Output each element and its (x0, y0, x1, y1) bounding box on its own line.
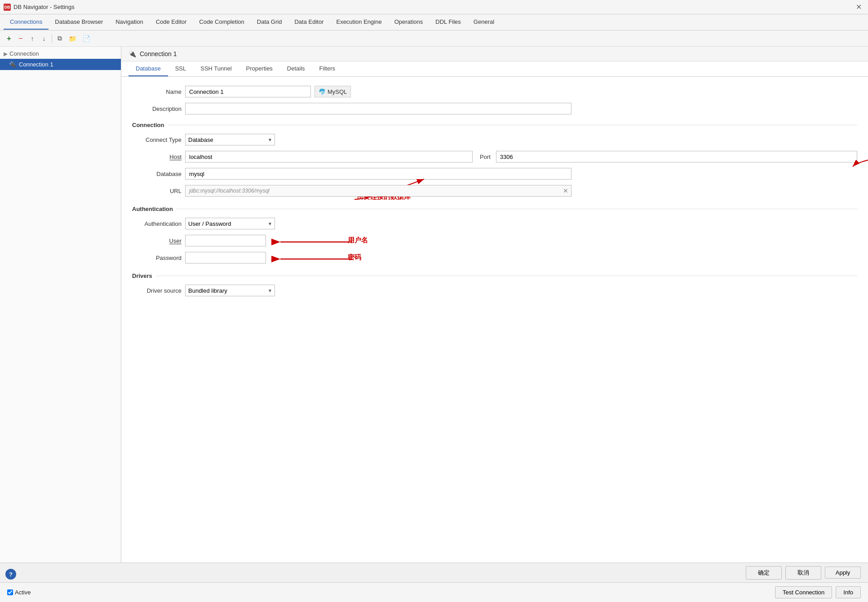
auth-section-divider (177, 209, 857, 209)
tab-navigation[interactable]: Navigation (109, 15, 149, 30)
auth-select-wrapper: User / Password No Auth Windows Native ▼ (185, 218, 275, 229)
auth-select[interactable]: User / Password No Auth Windows Native (185, 218, 275, 229)
close-button[interactable]: ✕ (853, 2, 864, 12)
add-button[interactable]: + (4, 33, 14, 44)
top-tabs: Connections Database Browser Navigation … (0, 14, 868, 31)
connect-type-select-wrapper: Database SSH Tunnel ▼ (185, 134, 275, 145)
tab-general[interactable]: General (467, 15, 500, 30)
tab-execution-engine[interactable]: Execution Engine (330, 15, 388, 30)
cancel-button[interactable]: 取消 (785, 566, 821, 580)
host-input[interactable] (185, 151, 473, 163)
bottom-right: Test Connection Info (775, 586, 861, 598)
inner-tab-ssl[interactable]: SSL (168, 62, 194, 76)
auth-label: Authentication (132, 220, 182, 227)
auth-section-header: Authentication (132, 206, 857, 212)
sidebar-group-label: Connection (9, 50, 39, 57)
inner-tab-filters[interactable]: Filters (312, 62, 342, 76)
user-label: User (132, 237, 182, 244)
host-row: Host Port 端口号 (132, 151, 857, 163)
tab-data-editor[interactable]: Data Editor (288, 15, 330, 30)
active-checkbox-label[interactable]: Active (7, 589, 31, 596)
toolbar-separator (52, 34, 52, 43)
tab-connections[interactable]: Connections (4, 15, 49, 30)
url-row: URL jdbc:mysql://localhost:3306/mysql ✕ (132, 185, 857, 197)
host-label: Host (132, 154, 182, 160)
database-row: Database 所要连接的数据库 (132, 168, 857, 180)
connection-icon: 🔌 (9, 61, 16, 68)
form-area: Name 🐬 MySQL Description Connection Conn… (121, 77, 868, 311)
inner-tab-database[interactable]: Database (128, 62, 168, 76)
tab-code-editor[interactable]: Code Editor (150, 15, 193, 30)
inner-tab-properties[interactable]: Properties (239, 62, 280, 76)
port-input[interactable] (496, 151, 857, 163)
move-down-button[interactable]: ↓ (39, 33, 49, 44)
port-label: Port (480, 154, 491, 160)
move-up-button[interactable]: ↑ (27, 33, 38, 44)
user-annotation: 用户名 (348, 236, 368, 245)
import-button[interactable]: 📁 (66, 33, 79, 44)
password-row: Password 密码 (132, 252, 857, 264)
name-label: Name (132, 88, 182, 95)
description-row: Description (132, 103, 857, 114)
password-input[interactable] (185, 252, 266, 264)
test-connection-button[interactable]: Test Connection (775, 586, 832, 598)
footer-bar: 确定 取消 Apply (0, 562, 868, 582)
toolbar: + − ↑ ↓ ⧉ 📁 📄 (0, 31, 868, 47)
url-label: URL (132, 188, 182, 194)
db-type-label: MySQL (328, 88, 347, 95)
connect-type-select[interactable]: Database SSH Tunnel (185, 134, 275, 145)
sidebar-item-label: Connection 1 (19, 61, 53, 68)
active-label: Active (15, 589, 31, 596)
conn-header: 🔌 Connection 1 (121, 47, 868, 62)
connection-section-header: Connection (132, 122, 857, 128)
sidebar-item-connection1[interactable]: 🔌 Connection 1 (0, 59, 121, 70)
connect-type-label: Connect Type (132, 136, 182, 143)
tab-code-completion[interactable]: Code Completion (193, 15, 250, 30)
conn-header-icon: 🔌 (128, 50, 136, 57)
name-input[interactable] (185, 86, 311, 97)
url-clear-button[interactable]: ✕ (560, 187, 571, 194)
apply-button[interactable]: Apply (825, 567, 861, 579)
driver-source-label: Driver source (132, 287, 182, 294)
section-divider (168, 125, 858, 125)
user-row: User 用户名 (132, 235, 857, 246)
user-arrow (267, 236, 357, 250)
copy-button[interactable]: ⧉ (54, 33, 65, 44)
database-label: Database (132, 171, 182, 177)
description-input[interactable] (185, 103, 571, 114)
driver-source-select-wrapper: Bundled library External library ▼ (185, 285, 275, 296)
user-input[interactable] (185, 235, 266, 246)
auth-row: Authentication User / Password No Auth W… (132, 218, 857, 229)
export-button[interactable]: 📄 (80, 33, 93, 44)
inner-tabs: Database SSL SSH Tunnel Properties Detai… (121, 62, 868, 77)
password-annotation: 密码 (348, 253, 361, 262)
name-row: Name 🐬 MySQL (132, 86, 857, 97)
password-label: Password (132, 255, 182, 261)
tab-ddl-files[interactable]: DDL Files (429, 15, 467, 30)
driver-source-select[interactable]: Bundled library External library (185, 285, 275, 296)
conn-header-title: Connection 1 (140, 50, 177, 57)
info-button[interactable]: Info (836, 586, 861, 598)
drivers-section-divider (156, 276, 857, 276)
active-checkbox[interactable] (7, 589, 13, 595)
title-bar-left: DB DB Navigator - Settings (4, 4, 75, 11)
main-layout: ▶ Connection 🔌 Connection 1 🔌 Connection… (0, 47, 868, 562)
window-title: DB Navigator - Settings (13, 4, 75, 10)
app-icon: DB (4, 4, 11, 11)
ok-button[interactable]: 确定 (746, 566, 782, 580)
title-bar: DB DB Navigator - Settings ✕ (0, 0, 868, 14)
tab-data-grid[interactable]: Data Grid (251, 15, 288, 30)
help-button[interactable]: ? (5, 569, 16, 580)
driver-source-row: Driver source Bundled library External l… (132, 285, 857, 296)
inner-tab-details[interactable]: Details (280, 62, 312, 76)
inner-tab-ssh-tunnel[interactable]: SSH Tunnel (193, 62, 239, 76)
content-area: 🔌 Connection 1 Database SSL SSH Tunnel P… (121, 47, 868, 562)
db-type-badge: 🐬 MySQL (314, 86, 351, 97)
description-label: Description (132, 105, 182, 112)
remove-button[interactable]: − (15, 33, 26, 44)
connect-type-row: Connect Type Database SSH Tunnel ▼ (132, 134, 857, 145)
sidebar-group-connection: ▶ Connection (0, 48, 121, 59)
url-display: jdbc:mysql://localhost:3306/mysql (186, 188, 560, 194)
tab-database-browser[interactable]: Database Browser (49, 15, 109, 30)
tab-operations[interactable]: Operations (388, 15, 430, 30)
